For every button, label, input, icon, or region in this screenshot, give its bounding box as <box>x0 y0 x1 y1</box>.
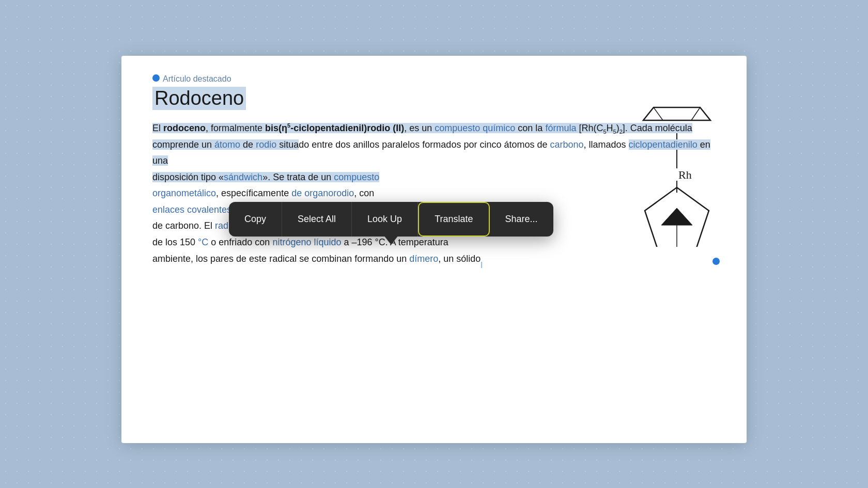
link-nitrogeno[interactable]: nitrógeno líquido <box>272 237 341 247</box>
context-menu-share[interactable]: Share... <box>490 202 553 237</box>
link-dimero[interactable]: dímero <box>409 254 438 264</box>
link-organorodio[interactable]: de organorodio <box>291 188 354 198</box>
svg-line-0 <box>654 107 663 120</box>
selection-dot-left <box>152 74 160 82</box>
context-menu-look-up[interactable]: Look Up <box>352 202 418 237</box>
article-page: Artículo destacado Rodoceno Rh <box>121 56 747 443</box>
context-menu: Copy Select All Look Up Translate Share.… <box>229 202 553 237</box>
link-compuesto-org[interactable]: compuesto <box>334 172 379 182</box>
link-compuesto-quimico[interactable]: compuesto químico <box>435 123 515 133</box>
text-normal-1: do entre dos anillos paralelos formados … <box>299 139 697 150</box>
link-carbono[interactable]: carbono <box>550 139 583 150</box>
link-formula[interactable]: fórmula <box>545 123 576 133</box>
context-menu-select-all[interactable]: Select All <box>282 202 352 237</box>
link-rodio[interactable]: rodio <box>256 139 276 150</box>
link-organometalico[interactable]: organometálico <box>152 188 216 198</box>
link-atomo[interactable]: átomo <box>214 139 240 150</box>
link-sandwich[interactable]: sándwich <box>224 172 262 182</box>
article-tag-text: Artículo destacado <box>163 74 231 84</box>
article-body: El rodoceno, formalmente bis(η5-ciclopen… <box>152 120 716 267</box>
link-celsius[interactable]: °C <box>198 237 208 247</box>
text-highlighted-3: disposición tipo «sándwich». Se trata de… <box>152 172 379 182</box>
svg-line-1 <box>691 107 700 120</box>
selection-dot-right <box>712 258 720 265</box>
context-menu-copy[interactable]: Copy <box>229 202 282 237</box>
context-menu-translate[interactable]: Translate <box>418 202 489 237</box>
article-title: Rodoceno <box>152 87 246 111</box>
link-ciclopentadienilo[interactable]: ciclopentadienilo <box>629 139 698 150</box>
